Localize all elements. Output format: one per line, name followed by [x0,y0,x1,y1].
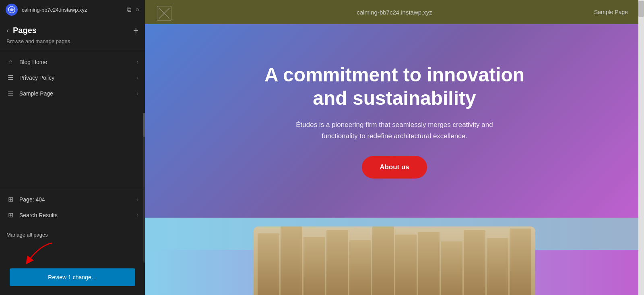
site-header-nav[interactable]: Sample Page [594,9,628,15]
building-column [464,230,485,295]
page-item-404[interactable]: ⊞ Page: 404 › [0,191,145,207]
hero-section: A commitment to innovation and sustainab… [145,24,644,218]
building-column [487,238,508,295]
review-change-area: Review 1 change… [0,245,145,295]
building-section [145,218,644,295]
building-column [418,232,440,295]
page-item-label: Search Results [19,212,132,218]
sidebar-topbar: calming-bb7c24.instawp.xyz ⧉ ○ [0,0,145,19]
page-item-privacy-policy[interactable]: ☰ Privacy Policy › [0,70,145,85]
chevron-right-icon: › [137,197,138,202]
page-item-label: Sample Page [19,90,132,97]
sidebar: calming-bb7c24.instawp.xyz ⧉ ○ ‹ Pages +… [0,0,145,295]
chevron-right-icon: › [137,91,138,96]
page-item-search-results[interactable]: ⊞ Search Results › [0,207,145,223]
building-column [510,229,531,295]
wp-logo-icon[interactable] [6,4,18,16]
template-icon: ⊞ [6,211,14,219]
manage-all-label: Manage all pages [6,232,48,238]
special-pages-list: ⊞ Page: 404 › ⊞ Search Results › [0,188,145,226]
building-image [254,226,535,295]
site-logo-icon [157,6,171,21]
sidebar-subtitle: Browse and manage pages. [0,38,145,51]
back-button[interactable]: ‹ [6,26,9,35]
hero-title: A commitment to innovation and sustainab… [254,63,535,110]
chevron-right-icon: › [137,59,138,65]
page-item-label: Blog Home [19,59,132,65]
hero-subtitle: Études is a pioneering firm that seamles… [284,119,505,141]
building-column [349,240,371,295]
search-icon[interactable]: ○ [135,6,139,13]
main-scrollbar[interactable] [638,0,644,295]
page-item-label: Page: 404 [19,196,132,203]
page-item-label: Privacy Policy [19,75,132,81]
site-header-url: calming-bb7c24.instawp.xyz [161,9,628,16]
manage-all-pages-link[interactable]: Manage all pages [0,228,145,242]
home-icon: ⌂ [6,58,14,66]
building-columns [254,226,535,295]
pages-list: ⌂ Blog Home › ☰ Privacy Policy › ☰ Sampl… [0,51,145,104]
add-page-button[interactable]: + [133,26,138,35]
building-column [281,226,302,295]
page-item-blog-home[interactable]: ⌂ Blog Home › [0,54,145,70]
chevron-right-icon: › [137,75,138,81]
page-icon: ☰ [6,89,14,97]
about-us-button[interactable]: About us [362,156,427,179]
template-icon: ⊞ [6,195,14,203]
review-change-button[interactable]: Review 1 change… [10,268,135,286]
main-content: calming-bb7c24.instawp.xyz Sample Page A… [145,0,644,295]
page-item-sample-page[interactable]: ☰ Sample Page › [0,85,145,101]
pages-title: Pages [13,26,129,35]
sidebar-header: ‹ Pages + [0,19,145,38]
site-url-label: calming-bb7c24.instawp.xyz [22,7,123,13]
main-scroll-thumb[interactable] [638,1,644,17]
page-icon: ☰ [6,74,14,81]
building-column [303,237,325,295]
site-header: calming-bb7c24.instawp.xyz Sample Page [145,0,644,24]
topbar-icons: ⧉ ○ [127,6,139,13]
building-column [441,241,462,295]
external-link-icon[interactable]: ⧉ [127,6,131,13]
building-column [372,226,394,295]
building-column [258,233,279,295]
building-column [326,230,348,295]
building-column [395,235,417,295]
chevron-right-icon: › [137,212,138,218]
